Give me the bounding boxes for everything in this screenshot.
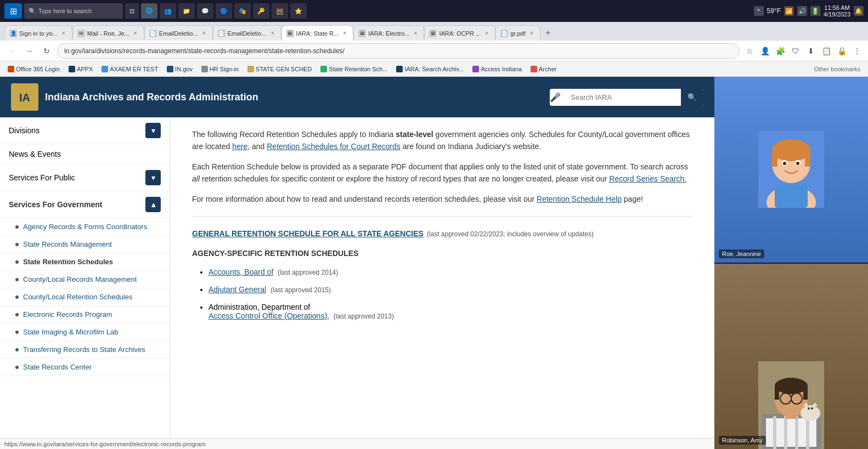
extension4-icon[interactable]: 🔒 [835, 44, 848, 58]
tab-mail-close[interactable]: × [132, 30, 139, 37]
tab-iara-state-close[interactable]: × [341, 30, 348, 37]
taskbar-app3[interactable]: 🔑 [253, 3, 269, 19]
tray-volume[interactable]: 🔊 [797, 6, 807, 16]
access-control-link[interactable]: Access Control Office (Operations), [208, 311, 329, 320]
tab-email2[interactable]: 📄 EmailDeletio... × [213, 25, 281, 41]
sidebar-gov-expand[interactable]: ▴ [145, 197, 161, 212]
tab-email2-title: EmailDeletio... [228, 30, 267, 37]
bookmark-access[interactable]: Access Indiana [469, 65, 525, 73]
general-schedule-link[interactable]: GENERAL RETENTION SCHEDULE FOR ALL STATE… [192, 229, 424, 238]
sidebar-item-services-public[interactable]: Services For Public ▾ [0, 164, 170, 191]
sidebar-imaging-label: State Imaging & Microfilm Lab [23, 328, 118, 336]
tab-iara-elec-favicon: 🏛 [358, 30, 366, 37]
tab-email2-close[interactable]: × [269, 30, 277, 37]
bookmark-axaem[interactable]: AXAEM ER TEST [98, 65, 161, 73]
new-tab-button[interactable]: + [540, 25, 556, 41]
accounts-link[interactable]: Accounts, Board of [208, 268, 273, 276]
address-bar[interactable]: in.gov/iara/divisions/records-management… [57, 43, 740, 59]
sidebar-sub-state-records-mgmt[interactable]: State Records Management [0, 236, 170, 253]
sidebar-divisions-expand[interactable]: ▾ [145, 123, 161, 138]
sidebar-item-news[interactable]: News & Events [0, 144, 170, 164]
svg-rect-24 [803, 386, 808, 400]
sidebar-item-services-gov[interactable]: Services For Government ▴ [0, 191, 170, 218]
tab-email1-close[interactable]: × [200, 30, 208, 37]
tab-mail[interactable]: ✉ Mail - Roe, Je... × [72, 25, 144, 41]
sidebar-public-expand[interactable]: ▾ [145, 170, 161, 185]
taskbar-app2[interactable]: 🎭 [234, 3, 251, 19]
time-display[interactable]: 11:56 AM 4/19/2023 [824, 4, 850, 18]
tab-iara-elec-title: IARA: Electro... [368, 30, 409, 37]
sidebar-sub-agency-records[interactable]: Agency Records & Forms Coordinators [0, 218, 170, 236]
back-button[interactable]: ← [4, 44, 19, 58]
taskbar-chrome[interactable]: 🌐 [141, 3, 157, 19]
taskbar-chat[interactable]: 💬 [197, 3, 213, 19]
participant1-label: Roe, Jeannine [719, 249, 764, 258]
profile-icon[interactable]: 👤 [758, 44, 771, 58]
tray-expand[interactable]: ^ [754, 6, 764, 16]
taskbar-teams[interactable]: 👥 [160, 3, 176, 19]
notification-icon[interactable]: 🔔 [854, 6, 864, 16]
sidebar-state-records-mgmt-label: State Records Management [23, 240, 112, 248]
para3: For more information about how to read a… [192, 193, 692, 205]
tab-iara-state[interactable]: 🏛 IARA: State R... × [281, 25, 354, 41]
browser-tabs: 👤 Sign in to yo... × ✉ Mail - Roe, Je...… [0, 22, 868, 41]
tab-iara-elec-close[interactable]: × [412, 30, 419, 37]
adjutant-link[interactable]: Adjutant General [208, 285, 266, 294]
bookmark-hr[interactable]: HR Sign-in [198, 65, 242, 73]
bookmark-appx[interactable]: APPX [65, 65, 96, 73]
extension3-icon[interactable]: 📋 [820, 44, 833, 58]
sidebar-sub-electronic[interactable]: Electronic Records Program [0, 306, 170, 323]
iara-search-button[interactable]: 🔍 [681, 89, 703, 106]
taskbar-app4[interactable]: ⭐ [290, 3, 307, 19]
tab-email2-favicon: 📄 [218, 30, 226, 37]
browser-toolbar: ← → ↻ in.gov/iara/divisions/records-mana… [0, 41, 868, 61]
sidebar-item-divisions[interactable]: Divisions ▾ [0, 117, 170, 144]
tray-battery[interactable]: 🔋 [810, 6, 820, 16]
bookmark-iara-search[interactable]: IARA: Search Archiv... [393, 65, 467, 73]
iara-body: Divisions ▾ News & Events Services For P… [0, 117, 714, 438]
taskbar-calc[interactable]: 🧮 [272, 3, 288, 19]
bookmark-state-sched-label: STATE GEN SCHED [256, 66, 312, 72]
bookmark-archer[interactable]: Archer [527, 65, 560, 73]
sidebar-sub-transferring[interactable]: Transferring Records to State Archives [0, 341, 170, 359]
bookmark-ingov[interactable]: IN.gov [164, 65, 196, 73]
extension2-icon[interactable]: ⬇ [804, 44, 818, 58]
sidebar-sub-imaging[interactable]: State Imaging & Microfilm Lab [0, 323, 170, 341]
court-records-link[interactable]: Retention Schedules for Court Records [267, 142, 401, 151]
retention-schedule-help-link[interactable]: Retention Schedule Help [537, 195, 622, 203]
tab-signin-close[interactable]: × [60, 30, 67, 37]
tab-iara-ocpr[interactable]: 🏛 IARA: OCPR ... × [424, 25, 495, 41]
sidebar-sub-records-center[interactable]: State Records Center [0, 359, 170, 376]
bookmark-office365[interactable]: Office 365 Login [4, 65, 63, 73]
extensions-icon[interactable]: 🧩 [774, 44, 787, 58]
record-series-search-link[interactable]: Record Series Search. [609, 174, 686, 183]
reload-button[interactable]: ↻ [40, 44, 54, 58]
taskbar-files[interactable]: 📁 [178, 3, 195, 19]
tab-pdf-close[interactable]: × [528, 30, 536, 37]
sidebar-sub-state-retention[interactable]: State Retention Schedules [0, 253, 170, 271]
start-button[interactable]: ⊞ [4, 3, 22, 19]
tray-network[interactable]: 📶 [784, 6, 794, 16]
menu-button[interactable]: ⋮ [850, 44, 864, 58]
sidebar-sub-county-mgmt[interactable]: County/Local Records Management [0, 271, 170, 288]
bookmark-star-icon[interactable]: ☆ [743, 44, 756, 58]
tab-signin[interactable]: 👤 Sign in to yo... × [4, 25, 72, 41]
tab-iara-ocpr-close[interactable]: × [483, 30, 491, 37]
tab-email1[interactable]: 📄 EmailDeletio... × [144, 25, 213, 41]
bookmarks-overflow-label: Other bookmarks [814, 66, 860, 72]
para1: The following Record Retention Schedules… [192, 128, 692, 153]
bookmarks-overflow[interactable]: Other bookmarks [811, 65, 864, 73]
taskbar-search[interactable]: 🔍 Type here to search [24, 3, 123, 19]
iara-search-input[interactable] [564, 89, 681, 106]
bookmark-retention[interactable]: State Retention Sch... [317, 65, 391, 73]
tab-pdf[interactable]: 📄 gr.pdf × [495, 25, 540, 41]
bookmark-state-sched[interactable]: STATE GEN SCHED [244, 65, 315, 73]
taskbar-task-view[interactable]: ⊡ [125, 3, 139, 19]
mic-icon[interactable]: 🎤 [550, 92, 561, 103]
forward-button[interactable]: → [22, 44, 36, 58]
taskbar-app1[interactable]: 🔵 [216, 3, 232, 19]
here-link[interactable]: here [232, 142, 247, 151]
kaspersky-icon[interactable]: 🛡 [789, 44, 802, 58]
tab-iara-elec[interactable]: 🏛 IARA: Electro... × [353, 25, 424, 41]
sidebar-sub-county-retention[interactable]: County/Local Retention Schedules [0, 288, 170, 306]
